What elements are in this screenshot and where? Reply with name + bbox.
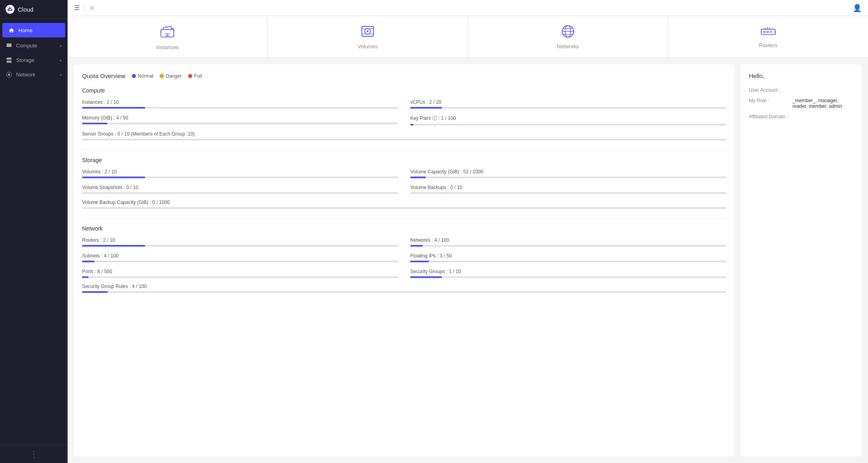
instances-icon [159,23,175,41]
svg-rect-1 [6,58,12,60]
metric-security-group-rules-track [82,291,726,293]
sidebar-item-storage[interactable]: Storage ▸ [0,53,68,67]
compute-section: Compute Instances : 2 / 10 vCPUs : 2 / 2… [82,87,726,140]
sidebar-scroll-icon: ⋮ [4,449,64,459]
storage-icon [6,57,12,63]
sidebar-item-home[interactable]: Home [2,23,65,37]
metric-instances-track [82,107,398,109]
metric-security-groups: Security Groups : 1 / 10 [410,269,726,278]
card-networks[interactable]: Networks [468,16,668,58]
svg-point-24 [770,31,771,33]
filter-icon[interactable]: ⊟ [90,5,94,11]
legend-danger-label: Danger [166,73,181,79]
metric-volume-backup-capacity-label: Volume Backup Capacity (GiB) : 0 / 1000 [82,200,726,205]
metric-floating-ips: Floating IPs : 3 / 50 [410,253,726,262]
metric-routers-label: Routers : 2 / 10 [82,237,398,243]
metric-volume-backup-capacity-track [82,207,726,209]
metric-memory-fill [82,123,107,124]
metric-volume-backups-track [410,192,726,194]
network-chevron-icon: ▸ [60,72,62,77]
metric-volume-capacity-label: Volume Capacity (GiB) : 52 / 1000 [410,169,726,175]
user-account-row: User Account : [749,87,854,93]
metric-volume-snapshots-track [82,192,398,194]
metric-networks-fill [410,245,423,247]
networks-icon [561,24,575,40]
sidebar-item-compute[interactable]: Compute ▸ [0,38,68,53]
card-instances[interactable]: Instances [68,16,268,58]
network-section-title: Network [82,225,726,232]
network-icon [6,71,12,78]
sidebar: Cloud Home Compute ▸ Storage ▸ [0,0,68,463]
card-routers[interactable]: Routers [668,16,868,58]
main-content: ☰ ⊟ 👤 Instances [68,0,868,463]
card-routers-label: Routers [759,42,777,48]
metric-subnets: Subnets : 4 / 100 [82,253,398,262]
affiliated-domain-label: Affiliated Domain : [749,114,789,119]
legend-dot-full [188,74,192,78]
metric-volume-backup-capacity: Volume Backup Capacity (GiB) : 0 / 1000 [82,200,726,209]
metric-ports-fill [82,276,88,278]
metric-subnets-label: Subnets : 4 / 100 [82,253,398,259]
metric-security-group-rules: Security Group Rules : 4 / 100 [82,284,726,293]
svg-rect-0 [6,43,12,47]
sidebar-bottom: ⋮ [0,445,68,463]
card-volumes-label: Volumes [358,43,378,49]
metric-volumes-track [82,177,398,178]
metric-subnets-fill [82,261,95,262]
user-account-label: User Account : [749,87,789,93]
metric-networks-track [410,245,726,247]
metric-vcpus-label: vCPUs : 2 / 20 [410,99,726,105]
sidebar-item-compute-label: Compute [16,43,56,49]
metric-instances-label: Instances : 2 / 10 [82,99,398,105]
legend-dot-danger [160,74,164,78]
storage-section: Storage Volumes : 2 / 10 Volume Capacity… [82,157,726,209]
metric-networks: Networks : 4 / 100 [410,237,726,247]
legend-full: Full [188,73,202,79]
my-role-label: My Role : [749,98,789,109]
metric-volumes-label: Volumes : 2 / 10 [82,169,398,175]
metric-routers-track [82,245,398,247]
svg-point-22 [763,31,765,33]
topbar: ☰ ⊟ 👤 [68,0,868,16]
legend-full-label: Full [194,73,202,79]
network-metrics-grid: Routers : 2 / 10 Networks : 4 / 100 Subn… [82,237,726,280]
metric-ports-label: Ports : 8 / 500 [82,269,398,274]
metric-keypairs-fill [410,124,413,126]
sidebar-nav: Home Compute ▸ Storage ▸ Network ▸ [0,19,68,445]
card-networks-label: Networks [557,43,579,49]
metric-vcpus: vCPUs : 2 / 20 [410,99,726,109]
sidebar-item-network-label: Network [16,72,56,78]
sidebar-item-network[interactable]: Network ▸ [0,67,68,82]
metric-memory: Memory (GiB) : 4 / 50 [82,115,398,126]
metric-volume-snapshots: Volume Snapshots : 0 / 10 [82,185,398,194]
storage-divider [82,218,726,219]
sidebar-header: Cloud [0,0,68,19]
svg-point-23 [767,31,768,33]
cloud-logo-icon [6,5,14,14]
legend-normal-label: Normal [138,73,154,79]
hello-title: Hello, [749,72,854,79]
metric-security-group-rules-fill [82,291,108,293]
metric-security-group-rules-label: Security Group Rules : 4 / 100 [82,284,726,289]
legend-normal: Normal [132,73,154,79]
volumes-icon [360,24,375,40]
compute-section-title: Compute [82,87,726,94]
metric-volume-capacity-track [410,177,726,178]
metric-memory-track [82,123,398,124]
metric-routers: Routers : 2 / 10 [82,237,398,247]
hello-panel: Hello, User Account : My Role : _member_… [741,64,862,457]
metric-keypairs-track [410,124,726,126]
metric-volume-backups: Volume Backups : 0 / 10 [410,185,726,194]
metric-floating-ips-track [410,261,726,262]
metric-volumes: Volumes : 2 / 10 [82,169,398,178]
metric-ports-track [82,276,398,278]
storage-chevron-icon: ▸ [60,58,62,62]
metric-volume-capacity: Volume Capacity (GiB) : 52 / 1000 [410,169,726,178]
brand-name: Cloud [18,6,33,13]
metric-volume-snapshots-label: Volume Snapshots : 0 / 10 [82,185,398,190]
compute-icon [6,42,12,49]
menu-icon[interactable]: ☰ [74,4,80,12]
user-avatar-icon[interactable]: 👤 [853,4,862,12]
sidebar-item-storage-label: Storage [16,57,56,63]
card-volumes[interactable]: Volumes [268,16,468,58]
